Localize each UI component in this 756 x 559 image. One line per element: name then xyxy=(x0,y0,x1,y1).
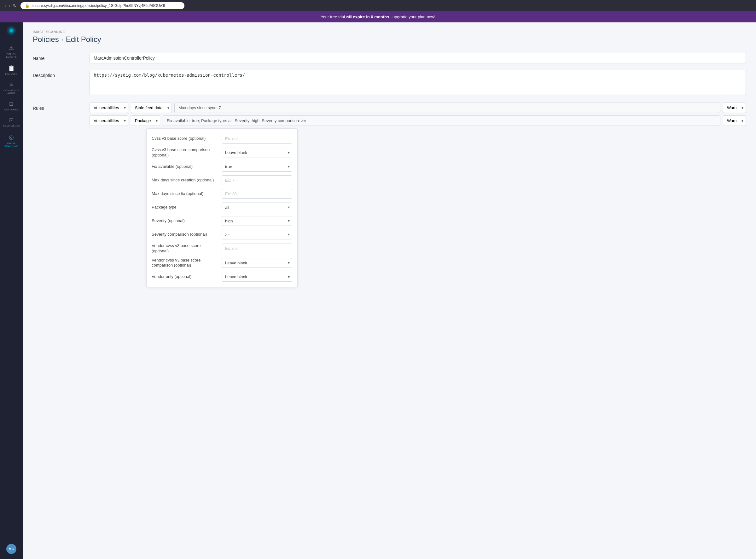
rule-description-2: Fix available: true; Package type: all; … xyxy=(163,115,720,126)
max-days-fix-row: Max days since fix (optional) xyxy=(152,189,292,199)
severity-comparison-row: Severity comparison (optional) >= <= = xyxy=(152,230,292,240)
severity-label: Severity (optional) xyxy=(152,218,218,224)
rule-action-select-2[interactable]: Warn xyxy=(723,115,746,126)
cvss-score-input[interactable] xyxy=(222,134,292,143)
sidebar-label-policies: POLICIES xyxy=(5,73,17,76)
cvss-score-label: Cvss v3 base score (optional) xyxy=(152,136,218,141)
rule-type-wrapper-1: Vulnerabilities xyxy=(90,103,128,113)
cvss-comparison-row: Cvss v3 base score comparison (optional)… xyxy=(152,147,292,158)
vendor-cvss-score-input[interactable] xyxy=(222,244,292,253)
cvss-comparison-label: Cvss v3 base score comparison (optional) xyxy=(152,147,218,158)
max-days-creation-label: Max days since creation (optional) xyxy=(152,178,218,183)
package-type-row: Package type all rpm deb apk python gem … xyxy=(152,203,292,212)
breadcrumb-separator: › xyxy=(62,36,63,43)
cvss-score-row: Cvss v3 base score (optional) xyxy=(152,134,292,143)
vendor-only-select-wrap: Leave blank true false xyxy=(222,272,292,282)
rule-filter-wrapper-2: Package xyxy=(131,115,160,126)
back-icon[interactable]: ‹ xyxy=(5,3,7,8)
package-type-select[interactable]: all rpm deb apk python gem npm java xyxy=(222,203,292,212)
severity-row: Severity (optional) high critical medium… xyxy=(152,216,292,226)
severity-comparison-select-wrap: >= <= = xyxy=(222,230,292,240)
trial-text-before: Your free trial will xyxy=(321,15,353,19)
sidebar-item-policy-events[interactable]: ⚠ POLICY EVENTS xyxy=(0,41,23,62)
rule-row-1: Vulnerabilities Stale feed data Max days… xyxy=(90,103,746,113)
fix-available-row: Fix available (optional) true false Leav… xyxy=(152,162,292,172)
rules-container: Vulnerabilities Stale feed data Max days… xyxy=(90,103,746,287)
commands-audit-icon: ≡ xyxy=(10,82,13,88)
max-days-fix-label: Max days since fix (optional) xyxy=(152,191,218,197)
description-label: Description xyxy=(33,70,90,78)
lock-icon: 🔒 xyxy=(25,3,30,8)
policy-events-icon: ⚠ xyxy=(9,44,14,51)
compliance-icon: ☑ xyxy=(9,117,14,124)
name-input[interactable] xyxy=(90,53,746,63)
max-days-creation-row: Max days since creation (optional) xyxy=(152,175,292,185)
rule-type-select-2[interactable]: Vulnerabilities xyxy=(90,115,128,126)
severity-select[interactable]: high critical medium low negligible unkn… xyxy=(222,216,292,226)
url-text: secure.sysdig.com/#/scanning/policies/po… xyxy=(31,3,165,8)
section-label: IMAGE SCANNING xyxy=(33,30,746,34)
vendor-only-select[interactable]: Leave blank true false xyxy=(222,272,292,282)
vendor-cvss-comparison-row: Vendor cvss v3 base score comparison (op… xyxy=(152,258,292,268)
description-control xyxy=(90,70,746,96)
vendor-cvss-score-label: Vendor cvss v3 base score (optional) xyxy=(152,243,218,254)
vendor-only-row: Vendor only (optional) Leave blank true … xyxy=(152,272,292,282)
rule-filter-select-2[interactable]: Package xyxy=(131,115,160,126)
captures-icon: ⊡ xyxy=(9,101,13,107)
sidebar-label-commands-audit: COMMANDS AUDIT xyxy=(3,89,19,95)
trial-banner: Your free trial will expire in 6 months … xyxy=(0,12,756,22)
policies-icon: 📋 xyxy=(8,65,15,72)
sidebar-item-policies[interactable]: 📋 POLICIES xyxy=(0,62,23,79)
nav-icons: ‹ › ↻ xyxy=(5,3,17,8)
name-control xyxy=(90,53,746,63)
rule-filter-select-1[interactable]: Stale feed data xyxy=(131,103,172,113)
max-days-creation-input[interactable] xyxy=(222,175,292,185)
fix-available-label: Fix available (optional) xyxy=(152,164,218,170)
page-header: Policies › Edit Policy xyxy=(33,35,746,44)
name-row: Name xyxy=(33,53,746,63)
app-logo[interactable] xyxy=(6,25,17,36)
rule-dropdown-panel: Cvss v3 base score (optional) Cvss v3 ba… xyxy=(146,128,298,287)
trial-text-after: , upgrade your plan now! xyxy=(390,15,435,19)
description-textarea[interactable] xyxy=(90,70,746,95)
browser-chrome: ‹ › ↻ 🔒 secure.sysdig.com/#/scanning/pol… xyxy=(0,0,756,12)
rule-action-select-1[interactable]: Warn xyxy=(723,103,746,113)
fix-available-select[interactable]: true false Leave blank xyxy=(222,162,292,172)
severity-comparison-select[interactable]: >= <= = xyxy=(222,230,292,240)
sidebar-item-compliance[interactable]: ☑ COMPLIANCE xyxy=(0,114,23,131)
vendor-cvss-score-row: Vendor cvss v3 base score (optional) xyxy=(152,243,292,254)
rules-row: Rules Vulnerabilities Stale feed data Ma xyxy=(33,103,746,287)
fix-available-select-wrap: true false Leave blank xyxy=(222,162,292,172)
sidebar-label-image-scanning: IMAGE SCANNING xyxy=(4,142,19,148)
rule-description-1: Max days since sync: 7 xyxy=(174,103,720,113)
vendor-cvss-comparison-select-wrap: Leave blank >= <= = xyxy=(222,258,292,268)
sidebar-label-policy-events: POLICY EVENTS xyxy=(6,53,17,58)
sidebar-item-commands-audit[interactable]: ≡ COMMANDS AUDIT xyxy=(0,79,23,98)
vendor-cvss-comparison-select[interactable]: Leave blank >= <= = xyxy=(222,258,292,268)
vendor-only-label: Vendor only (optional) xyxy=(152,274,218,280)
svg-point-2 xyxy=(10,29,13,32)
description-row: Description xyxy=(33,70,746,96)
rule-type-select-1[interactable]: Vulnerabilities xyxy=(90,103,128,113)
breadcrumb-link[interactable]: Policies xyxy=(33,35,59,44)
forward-icon[interactable]: › xyxy=(9,3,11,8)
vendor-cvss-comparison-label: Vendor cvss v3 base score comparison (op… xyxy=(152,258,218,268)
user-avatar[interactable]: MC xyxy=(6,544,16,554)
sidebar-item-image-scanning[interactable]: ◎ IMAGE SCANNING xyxy=(0,131,23,151)
cvss-comparison-select[interactable]: Leave blank >= <= = xyxy=(222,148,292,157)
sidebar-label-compliance: COMPLIANCE xyxy=(2,125,20,128)
max-days-fix-input[interactable] xyxy=(222,189,292,199)
rules-label: Rules xyxy=(33,103,90,111)
main-content: IMAGE SCANNING Policies › Edit Policy Na… xyxy=(23,22,756,559)
rule-filter-wrapper-1: Stale feed data xyxy=(131,103,172,113)
reload-icon[interactable]: ↻ xyxy=(13,3,17,8)
cvss-comparison-select-wrap: Leave blank >= <= = xyxy=(222,148,292,157)
package-type-select-wrap: all rpm deb apk python gem npm java xyxy=(222,203,292,212)
url-bar[interactable]: 🔒 secure.sysdig.com/#/scanning/policies/… xyxy=(21,2,184,9)
sidebar-label-captures: CAPTURES xyxy=(4,108,19,111)
severity-select-wrap: high critical medium low negligible unkn… xyxy=(222,216,292,226)
trial-expire-text: expire in 6 months xyxy=(353,15,389,19)
rule-type-wrapper-2: Vulnerabilities xyxy=(90,115,128,126)
sidebar: ⚠ POLICY EVENTS 📋 POLICIES ≡ COMMANDS AU… xyxy=(0,22,23,559)
sidebar-item-captures[interactable]: ⊡ CAPTURES xyxy=(0,98,23,114)
